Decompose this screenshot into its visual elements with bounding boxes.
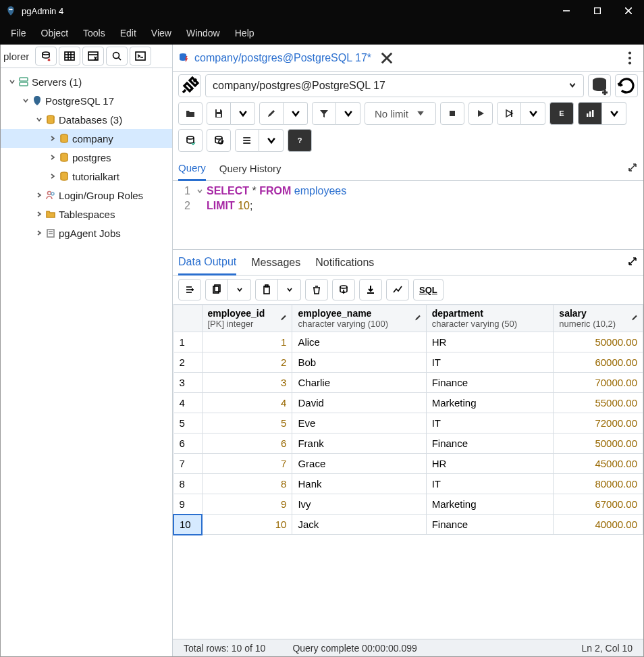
help-button[interactable]: ? <box>288 129 312 152</box>
add-row-button[interactable] <box>178 279 201 300</box>
save-dropdown[interactable] <box>231 102 255 125</box>
sql-button[interactable]: SQL <box>413 279 444 300</box>
tree-databases[interactable]: Databases (3) <box>1 110 172 129</box>
cell-employee-name[interactable]: Eve <box>292 413 426 433</box>
search-objects-button[interactable] <box>106 47 128 65</box>
cell-salary[interactable]: 45000.00 <box>554 454 643 474</box>
col-salary[interactable]: salarynumeric (10,2) <box>554 305 643 332</box>
psql-tool-button[interactable] <box>130 47 151 65</box>
row-number[interactable]: 9 <box>173 494 202 515</box>
col-department[interactable]: departmentcharacter varying (50) <box>426 305 554 332</box>
tree-servers[interactable]: Servers (1) <box>1 72 172 91</box>
cell-employee-id[interactable]: 7 <box>202 454 292 474</box>
tree-db-company[interactable]: company <box>1 129 172 148</box>
table-row[interactable]: 22BobIT60000.00 <box>173 352 643 373</box>
macros-dropdown[interactable] <box>259 129 284 152</box>
cell-department[interactable]: Marketing <box>426 494 554 515</box>
tree-db-postgres[interactable]: postgres <box>1 148 172 167</box>
limit-select[interactable]: No limit <box>365 102 436 125</box>
cell-department[interactable]: Finance <box>426 515 554 535</box>
filter-dropdown[interactable] <box>336 102 360 125</box>
cell-employee-id[interactable]: 3 <box>202 373 292 393</box>
cell-employee-name[interactable]: Frank <box>292 433 426 454</box>
copy-button[interactable] <box>205 279 228 300</box>
tree-db-tutorialkart[interactable]: tutorialkart <box>1 167 172 186</box>
commit-button[interactable] <box>178 129 203 152</box>
cell-employee-name[interactable]: Hank <box>292 474 426 494</box>
table-row[interactable]: 77GraceHR45000.00 <box>173 454 643 474</box>
tree-tablespaces[interactable]: Tablespaces <box>1 205 172 224</box>
tree-pgagent[interactable]: pgAgent Jobs <box>1 224 172 242</box>
graph-visualizer-button[interactable] <box>386 279 409 300</box>
stop-button[interactable] <box>440 102 464 125</box>
cell-department[interactable]: HR <box>426 332 554 352</box>
macros-button[interactable] <box>235 129 259 152</box>
cell-salary[interactable]: 72000.00 <box>554 413 643 433</box>
row-number[interactable]: 4 <box>173 393 202 413</box>
maximize-button[interactable] <box>582 0 613 22</box>
table-row[interactable]: 1010JackFinance40000.00 <box>173 515 643 535</box>
delete-row-button[interactable] <box>305 279 328 300</box>
col-employee-name[interactable]: employee_namecharacter varying (100) <box>292 305 426 332</box>
cell-employee-id[interactable]: 1 <box>202 332 292 352</box>
cell-department[interactable]: IT <box>426 474 554 494</box>
filter-rows-button[interactable] <box>82 47 104 65</box>
menu-object[interactable]: Object <box>34 25 75 41</box>
table-row[interactable]: 88HankIT80000.00 <box>173 474 643 494</box>
save-button[interactable] <box>207 102 231 125</box>
cell-department[interactable]: IT <box>426 413 554 433</box>
paste-dropdown[interactable] <box>278 279 301 300</box>
row-number[interactable]: 2 <box>173 352 202 373</box>
explain-dropdown[interactable] <box>521 102 545 125</box>
filter-button[interactable] <box>312 102 336 125</box>
cell-employee-id[interactable]: 5 <box>202 413 292 433</box>
row-number[interactable]: 7 <box>173 454 202 474</box>
minimize-button[interactable] <box>551 0 582 22</box>
cell-department[interactable]: HR <box>426 454 554 474</box>
tree-postgresql[interactable]: PostgreSQL 17 <box>1 91 172 110</box>
cell-salary[interactable]: 55000.00 <box>554 393 643 413</box>
fold-gutter[interactable] <box>193 184 207 246</box>
chevron-down-icon[interactable] <box>196 188 203 194</box>
explain-analyze-button[interactable]: E <box>549 102 574 125</box>
connection-status-button[interactable] <box>178 74 201 97</box>
menu-file[interactable]: File <box>4 25 33 41</box>
cell-employee-name[interactable]: Jack <box>292 515 426 535</box>
cell-employee-id[interactable]: 9 <box>202 494 292 515</box>
edit-dropdown[interactable] <box>284 102 308 125</box>
chart-button[interactable] <box>578 102 602 125</box>
menu-edit[interactable]: Edit <box>113 25 143 41</box>
execute-button[interactable] <box>468 102 493 125</box>
view-data-button[interactable] <box>59 47 80 65</box>
menu-help[interactable]: Help <box>228 25 261 41</box>
sql-editor[interactable]: 1 2 SELECT * FROM employees LIMIT 10; <box>173 181 643 250</box>
cell-employee-id[interactable]: 4 <box>202 393 292 413</box>
open-file-button[interactable] <box>178 102 203 125</box>
cell-salary[interactable]: 40000.00 <box>554 515 643 535</box>
tree-roles[interactable]: Login/Group Roles <box>1 186 172 205</box>
tab-query-history[interactable]: Query History <box>219 157 281 180</box>
table-row[interactable]: 99IvyMarketing67000.00 <box>173 494 643 515</box>
cell-employee-name[interactable]: Ivy <box>292 494 426 515</box>
cell-employee-name[interactable]: Charlie <box>292 373 426 393</box>
tab-menu-button[interactable] <box>622 50 638 66</box>
col-employee-id[interactable]: employee_id[PK] integer <box>202 305 292 332</box>
table-row[interactable]: 11AliceHR50000.00 <box>173 332 643 352</box>
edit-button[interactable] <box>259 102 284 125</box>
table-row[interactable]: 33CharlieFinance70000.00 <box>173 373 643 393</box>
cell-employee-name[interactable]: David <box>292 393 426 413</box>
row-number[interactable]: 8 <box>173 474 202 494</box>
row-number[interactable]: 5 <box>173 413 202 433</box>
pencil-icon[interactable] <box>630 313 639 323</box>
cell-salary[interactable]: 67000.00 <box>554 494 643 515</box>
cell-employee-name[interactable]: Grace <box>292 454 426 474</box>
menu-view[interactable]: View <box>144 25 178 41</box>
table-row[interactable]: 55EveIT72000.00 <box>173 413 643 433</box>
connection-select[interactable]: company/postgres@PostgreSQL 17 <box>205 74 584 97</box>
tab-messages[interactable]: Messages <box>251 251 300 274</box>
object-tree[interactable]: Servers (1) PostgreSQL 17 Databases (3) … <box>1 68 172 656</box>
cell-salary[interactable]: 60000.00 <box>554 352 643 373</box>
cell-salary[interactable]: 50000.00 <box>554 332 643 352</box>
cell-employee-id[interactable]: 10 <box>202 515 292 535</box>
row-number[interactable]: 6 <box>173 433 202 454</box>
